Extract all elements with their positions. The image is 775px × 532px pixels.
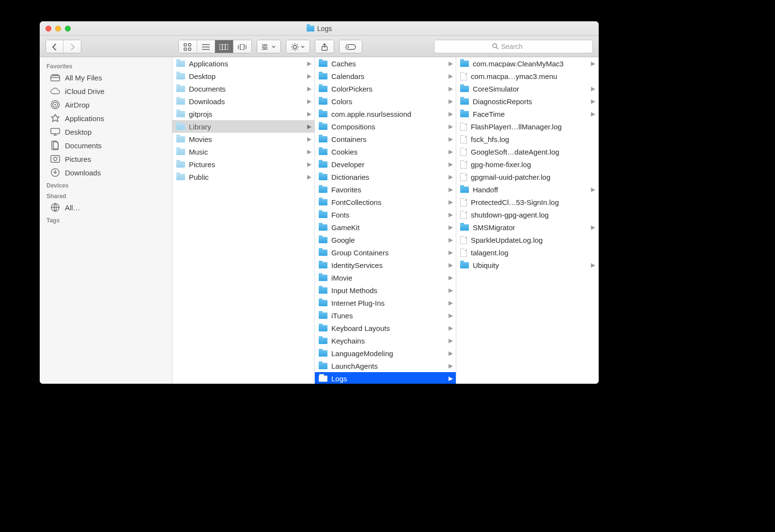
list-item[interactable]: Keychains▶: [315, 334, 456, 347]
list-item[interactable]: Ubiquity▶: [456, 259, 598, 271]
list-item[interactable]: shutdown-gpg-agent.log: [456, 208, 598, 221]
list-item[interactable]: Handoff▶: [456, 183, 598, 196]
item-label: Developer: [331, 160, 445, 169]
folder-icon: [460, 61, 469, 67]
tags-button[interactable]: [339, 40, 362, 53]
list-item[interactable]: Documents▶: [172, 82, 314, 95]
list-item[interactable]: Dictionaries▶: [315, 171, 456, 183]
list-item[interactable]: Keyboard Layouts▶: [315, 322, 456, 334]
list-item[interactable]: com.macpa…ymac3.menu: [456, 70, 598, 82]
list-item[interactable]: gpgmail-uuid-patcher.log: [456, 171, 598, 183]
list-item[interactable]: LanguageModeling▶: [315, 347, 456, 360]
search-field[interactable]: [434, 40, 593, 53]
folder-icon: [319, 338, 327, 344]
column-2[interactable]: com.macpaw.CleanMyMac3▶com.macpa…ymac3.m…: [456, 57, 598, 384]
list-item[interactable]: Fonts▶: [315, 208, 456, 221]
sidebar-item-desktop[interactable]: Desktop: [40, 125, 172, 139]
item-label: DiagnosticReports: [473, 97, 587, 106]
share-button[interactable]: [315, 40, 334, 53]
sidebar-item-network[interactable]: All…: [40, 201, 172, 214]
list-item[interactable]: Desktop▶: [172, 70, 314, 82]
folder-icon: [460, 187, 469, 193]
list-item[interactable]: Group Containers▶: [315, 246, 456, 259]
folder-icon: [319, 73, 327, 79]
list-item[interactable]: Developer▶: [315, 158, 456, 171]
list-item[interactable]: ProtectedCl…53-SignIn.log: [456, 196, 598, 208]
list-item[interactable]: Calendars▶: [315, 70, 456, 82]
sidebar-item-documents[interactable]: Documents: [40, 139, 172, 152]
list-item[interactable]: Internet Plug-Ins▶: [315, 297, 456, 309]
list-item[interactable]: ColorPickers▶: [315, 82, 456, 95]
list-item[interactable]: Movies▶: [172, 133, 314, 145]
list-item[interactable]: Pictures▶: [172, 158, 314, 171]
sidebar-item-downloads[interactable]: Downloads: [40, 166, 172, 179]
svg-point-27: [347, 46, 349, 47]
list-item[interactable]: Library▶: [172, 120, 314, 133]
sidebar-item-icloud[interactable]: iCloud Drive: [40, 84, 172, 98]
item-label: gpgmail-uuid-patcher.log: [471, 173, 595, 181]
airdrop-icon: [50, 100, 60, 109]
toolbar: [40, 36, 599, 57]
item-label: Desktop: [189, 72, 303, 80]
list-item[interactable]: FontCollections▶: [315, 196, 456, 208]
item-label: Colors: [331, 97, 445, 106]
list-item[interactable]: Input Methods▶: [315, 284, 456, 297]
item-label: Input Methods: [331, 286, 445, 295]
applications-icon: [50, 114, 60, 123]
folder-icon: [176, 111, 185, 117]
sidebar-item-all-my-files[interactable]: All My Files: [40, 71, 172, 84]
list-item[interactable]: GameKit▶: [315, 221, 456, 234]
list-item[interactable]: fsck_hfs.log: [456, 133, 598, 145]
list-item[interactable]: Logs▶: [315, 372, 456, 384]
list-item[interactable]: gpg-home-fixer.log: [456, 158, 598, 171]
list-item[interactable]: com.macpaw.CleanMyMac3▶: [456, 57, 598, 70]
list-item[interactable]: Public▶: [172, 171, 314, 183]
list-item[interactable]: iMovie▶: [315, 271, 456, 284]
sidebar-section-label: Favorites: [40, 60, 172, 71]
view-icon-button[interactable]: [179, 40, 197, 53]
list-item[interactable]: DiagnosticReports▶: [456, 95, 598, 108]
column-0[interactable]: Applications▶Desktop▶Documents▶Downloads…: [172, 57, 315, 384]
sidebar-item-pictures[interactable]: Pictures: [40, 152, 172, 166]
list-item[interactable]: LaunchAgents▶: [315, 360, 456, 372]
item-label: Caches: [331, 60, 445, 68]
back-button[interactable]: [46, 40, 63, 53]
item-label: Handoff: [473, 186, 587, 194]
list-item[interactable]: SMSMigrator▶: [456, 221, 598, 234]
chevron-right-icon: ▶: [449, 262, 453, 268]
list-item[interactable]: com.apple.nsurlsessiond▶: [315, 108, 456, 120]
list-item[interactable]: Music▶: [172, 145, 314, 158]
list-item[interactable]: Caches▶: [315, 57, 456, 70]
view-coverflow-button[interactable]: [233, 40, 251, 53]
list-item[interactable]: Colors▶: [315, 95, 456, 108]
list-item[interactable]: Downloads▶: [172, 95, 314, 108]
list-item[interactable]: iTunes▶: [315, 309, 456, 322]
search-input[interactable]: [501, 43, 535, 50]
svg-rect-15: [262, 47, 264, 49]
list-item[interactable]: IdentityServices▶: [315, 259, 456, 271]
sidebar-item-airdrop[interactable]: AirDrop: [40, 98, 172, 111]
column-1[interactable]: Caches▶Calendars▶ColorPickers▶Colors▶com…: [315, 57, 456, 384]
view-list-button[interactable]: [197, 40, 216, 53]
list-item[interactable]: GoogleSoft…dateAgent.log: [456, 145, 598, 158]
list-item[interactable]: FaceTime▶: [456, 108, 598, 120]
list-item[interactable]: FlashPlayerI…llManager.log: [456, 120, 598, 133]
forward-button[interactable]: [63, 40, 81, 53]
chevron-right-icon: ▶: [307, 148, 311, 155]
svg-rect-30: [51, 76, 60, 81]
list-item[interactable]: Google▶: [315, 234, 456, 246]
list-item[interactable]: Cookies▶: [315, 145, 456, 158]
action-button[interactable]: [286, 40, 310, 53]
file-icon: [460, 249, 467, 257]
list-item[interactable]: SparkleUpdateLog.log: [456, 234, 598, 246]
list-item[interactable]: Favorites▶: [315, 183, 456, 196]
list-item[interactable]: Compositions▶: [315, 120, 456, 133]
arrange-button[interactable]: [257, 40, 281, 53]
list-item[interactable]: CoreSimulator▶: [456, 82, 598, 95]
list-item[interactable]: talagent.log: [456, 246, 598, 259]
list-item[interactable]: Containers▶: [315, 133, 456, 145]
list-item[interactable]: Applications▶: [172, 57, 314, 70]
sidebar-item-applications[interactable]: Applications: [40, 111, 172, 125]
list-item[interactable]: gitprojs▶: [172, 108, 314, 120]
view-columns-button[interactable]: [215, 40, 233, 53]
